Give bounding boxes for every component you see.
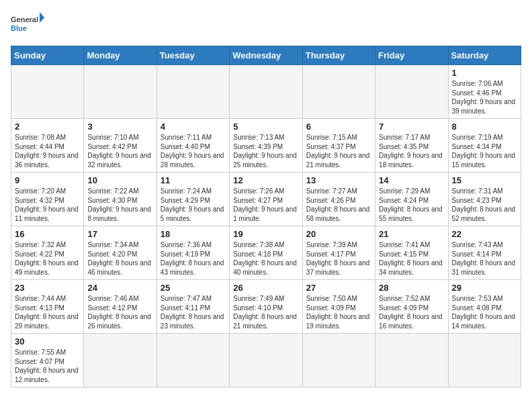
- day-info: Sunrise: 7:27 AM Sunset: 4:26 PM Dayligh…: [306, 187, 371, 223]
- day-cell: 26Sunrise: 7:49 AM Sunset: 4:10 PM Dayli…: [230, 280, 302, 334]
- day-cell: 5Sunrise: 7:13 AM Sunset: 4:39 PM Daylig…: [230, 119, 302, 173]
- day-cell: 1Sunrise: 7:06 AM Sunset: 4:46 PM Daylig…: [448, 65, 521, 119]
- day-info: Sunrise: 7:24 AM Sunset: 4:29 PM Dayligh…: [161, 187, 226, 223]
- day-info: Sunrise: 7:20 AM Sunset: 4:32 PM Dayligh…: [15, 187, 80, 223]
- day-info: Sunrise: 7:26 AM Sunset: 4:27 PM Dayligh…: [233, 187, 298, 223]
- day-info: Sunrise: 7:32 AM Sunset: 4:22 PM Dayligh…: [15, 240, 80, 277]
- day-number: 2: [15, 122, 80, 132]
- day-number: 15: [452, 175, 517, 185]
- day-cell: [375, 65, 448, 119]
- day-number: 7: [379, 122, 444, 132]
- day-number: 19: [233, 229, 298, 239]
- day-info: Sunrise: 7:53 AM Sunset: 4:08 PM Dayligh…: [452, 294, 517, 330]
- day-cell: 14Sunrise: 7:29 AM Sunset: 4:24 PM Dayli…: [375, 173, 448, 226]
- logo-svg: General Blue: [11, 11, 44, 38]
- day-cell: 21Sunrise: 7:41 AM Sunset: 4:15 PM Dayli…: [375, 226, 448, 280]
- day-cell: [230, 334, 302, 387]
- day-number: 29: [452, 283, 517, 293]
- week-row-6: 30Sunrise: 7:55 AM Sunset: 4:07 PM Dayli…: [11, 334, 521, 387]
- day-number: 28: [379, 283, 444, 293]
- day-info: Sunrise: 7:44 AM Sunset: 4:13 PM Dayligh…: [15, 294, 80, 330]
- day-number: 10: [87, 175, 152, 185]
- day-info: Sunrise: 7:47 AM Sunset: 4:11 PM Dayligh…: [161, 294, 226, 330]
- weekday-header-friday: Friday: [375, 46, 448, 65]
- day-cell: [302, 65, 375, 119]
- week-row-1: 1Sunrise: 7:06 AM Sunset: 4:46 PM Daylig…: [11, 65, 521, 119]
- day-info: Sunrise: 7:17 AM Sunset: 4:35 PM Dayligh…: [379, 133, 444, 169]
- day-cell: 24Sunrise: 7:46 AM Sunset: 4:12 PM Dayli…: [84, 280, 157, 334]
- week-row-4: 16Sunrise: 7:32 AM Sunset: 4:22 PM Dayli…: [11, 226, 521, 280]
- svg-marker-2: [40, 12, 44, 23]
- day-info: Sunrise: 7:13 AM Sunset: 4:39 PM Dayligh…: [233, 133, 298, 169]
- day-number: 1: [452, 68, 517, 78]
- day-cell: [84, 65, 157, 119]
- day-cell: 22Sunrise: 7:43 AM Sunset: 4:14 PM Dayli…: [448, 226, 521, 280]
- day-info: Sunrise: 7:50 AM Sunset: 4:09 PM Dayligh…: [306, 294, 371, 330]
- day-number: 14: [379, 175, 444, 185]
- day-info: Sunrise: 7:31 AM Sunset: 4:23 PM Dayligh…: [452, 187, 517, 223]
- calendar: SundayMondayTuesdayWednesdayThursdayFrid…: [11, 46, 521, 387]
- day-number: 30: [15, 336, 80, 347]
- day-number: 26: [233, 283, 298, 293]
- weekday-header-row: SundayMondayTuesdayWednesdayThursdayFrid…: [11, 46, 521, 65]
- day-info: Sunrise: 7:19 AM Sunset: 4:34 PM Dayligh…: [452, 133, 517, 169]
- day-cell: 17Sunrise: 7:34 AM Sunset: 4:20 PM Dayli…: [84, 226, 157, 280]
- day-number: 20: [306, 229, 371, 239]
- day-cell: 16Sunrise: 7:32 AM Sunset: 4:22 PM Dayli…: [11, 226, 84, 280]
- day-info: Sunrise: 7:38 AM Sunset: 4:18 PM Dayligh…: [233, 240, 298, 277]
- day-cell: 29Sunrise: 7:53 AM Sunset: 4:08 PM Dayli…: [448, 280, 521, 334]
- day-info: Sunrise: 7:15 AM Sunset: 4:37 PM Dayligh…: [306, 133, 371, 169]
- day-cell: 27Sunrise: 7:50 AM Sunset: 4:09 PM Dayli…: [302, 280, 375, 334]
- day-number: 11: [161, 175, 226, 185]
- day-cell: 7Sunrise: 7:17 AM Sunset: 4:35 PM Daylig…: [375, 119, 448, 173]
- day-info: Sunrise: 7:08 AM Sunset: 4:44 PM Dayligh…: [15, 133, 80, 169]
- day-info: Sunrise: 7:22 AM Sunset: 4:30 PM Dayligh…: [87, 187, 152, 223]
- day-cell: [375, 334, 448, 387]
- day-number: 6: [306, 122, 371, 132]
- day-info: Sunrise: 7:36 AM Sunset: 4:19 PM Dayligh…: [161, 240, 226, 277]
- day-number: 13: [306, 175, 371, 185]
- day-info: Sunrise: 7:55 AM Sunset: 4:07 PM Dayligh…: [15, 348, 80, 384]
- week-row-5: 23Sunrise: 7:44 AM Sunset: 4:13 PM Dayli…: [11, 280, 521, 334]
- day-info: Sunrise: 7:06 AM Sunset: 4:46 PM Dayligh…: [452, 79, 517, 116]
- day-info: Sunrise: 7:11 AM Sunset: 4:40 PM Dayligh…: [161, 133, 226, 169]
- day-number: 22: [452, 229, 517, 239]
- day-cell: [448, 334, 521, 387]
- day-cell: 8Sunrise: 7:19 AM Sunset: 4:34 PM Daylig…: [448, 119, 521, 173]
- day-cell: 20Sunrise: 7:39 AM Sunset: 4:17 PM Dayli…: [302, 226, 375, 280]
- day-cell: 9Sunrise: 7:20 AM Sunset: 4:32 PM Daylig…: [11, 173, 84, 226]
- day-cell: [11, 65, 84, 119]
- day-number: 23: [15, 283, 80, 293]
- day-cell: 2Sunrise: 7:08 AM Sunset: 4:44 PM Daylig…: [11, 119, 84, 173]
- day-cell: 3Sunrise: 7:10 AM Sunset: 4:42 PM Daylig…: [84, 119, 157, 173]
- logo: General Blue: [11, 11, 44, 38]
- day-number: 27: [306, 283, 371, 293]
- day-cell: 18Sunrise: 7:36 AM Sunset: 4:19 PM Dayli…: [157, 226, 229, 280]
- day-cell: 12Sunrise: 7:26 AM Sunset: 4:27 PM Dayli…: [230, 173, 302, 226]
- day-number: 16: [15, 229, 80, 239]
- svg-text:Blue: Blue: [11, 24, 27, 32]
- day-cell: 23Sunrise: 7:44 AM Sunset: 4:13 PM Dayli…: [11, 280, 84, 334]
- header: General Blue: [11, 11, 521, 38]
- day-cell: 30Sunrise: 7:55 AM Sunset: 4:07 PM Dayli…: [11, 334, 84, 387]
- week-row-3: 9Sunrise: 7:20 AM Sunset: 4:32 PM Daylig…: [11, 173, 521, 226]
- weekday-header-wednesday: Wednesday: [230, 46, 302, 65]
- day-cell: 11Sunrise: 7:24 AM Sunset: 4:29 PM Dayli…: [157, 173, 229, 226]
- day-info: Sunrise: 7:52 AM Sunset: 4:09 PM Dayligh…: [379, 294, 444, 330]
- weekday-header-sunday: Sunday: [11, 46, 84, 65]
- day-info: Sunrise: 7:43 AM Sunset: 4:14 PM Dayligh…: [452, 240, 517, 277]
- day-cell: [84, 334, 157, 387]
- day-info: Sunrise: 7:29 AM Sunset: 4:24 PM Dayligh…: [379, 187, 444, 223]
- weekday-header-saturday: Saturday: [448, 46, 521, 65]
- day-cell: 28Sunrise: 7:52 AM Sunset: 4:09 PM Dayli…: [375, 280, 448, 334]
- day-info: Sunrise: 7:49 AM Sunset: 4:10 PM Dayligh…: [233, 294, 298, 330]
- day-info: Sunrise: 7:41 AM Sunset: 4:15 PM Dayligh…: [379, 240, 444, 277]
- day-cell: [230, 65, 302, 119]
- day-number: 5: [233, 122, 298, 132]
- day-number: 8: [452, 122, 517, 132]
- day-cell: [157, 334, 229, 387]
- day-cell: 19Sunrise: 7:38 AM Sunset: 4:18 PM Dayli…: [230, 226, 302, 280]
- day-number: 25: [161, 283, 226, 293]
- day-cell: 13Sunrise: 7:27 AM Sunset: 4:26 PM Dayli…: [302, 173, 375, 226]
- day-info: Sunrise: 7:46 AM Sunset: 4:12 PM Dayligh…: [87, 294, 152, 330]
